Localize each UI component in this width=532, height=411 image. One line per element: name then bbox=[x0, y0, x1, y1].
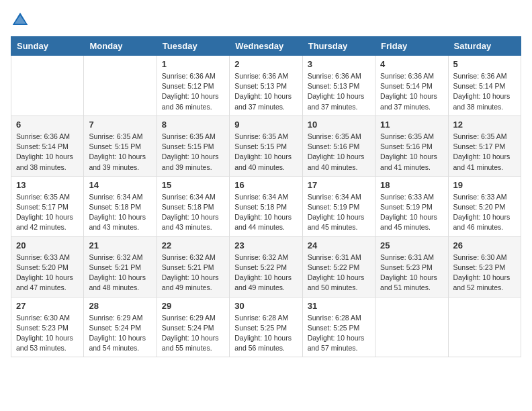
calendar-cell: 19Sunrise: 6:33 AM Sunset: 5:20 PM Dayli… bbox=[448, 176, 521, 236]
day-number: 21 bbox=[89, 240, 151, 250]
day-info: Sunrise: 6:34 AM Sunset: 5:18 PM Dayligh… bbox=[162, 192, 224, 233]
day-info: Sunrise: 6:28 AM Sunset: 5:25 PM Dayligh… bbox=[234, 313, 297, 354]
day-info: Sunrise: 6:35 AM Sunset: 5:17 PM Dayligh… bbox=[453, 132, 516, 173]
day-number: 31 bbox=[308, 301, 370, 311]
page-header bbox=[11, 11, 521, 30]
calendar-cell: 9Sunrise: 6:35 AM Sunset: 5:15 PM Daylig… bbox=[230, 116, 302, 176]
weekday-header: Tuesday bbox=[157, 37, 229, 56]
day-number: 10 bbox=[308, 120, 370, 130]
calendar-cell: 10Sunrise: 6:35 AM Sunset: 5:16 PM Dayli… bbox=[302, 116, 375, 176]
day-number: 18 bbox=[380, 180, 443, 190]
logo-icon bbox=[11, 11, 30, 30]
day-number: 28 bbox=[89, 301, 151, 311]
calendar-cell: 20Sunrise: 6:33 AM Sunset: 5:20 PM Dayli… bbox=[11, 236, 84, 297]
calendar-cell: 14Sunrise: 6:34 AM Sunset: 5:18 PM Dayli… bbox=[84, 176, 157, 236]
day-number: 30 bbox=[234, 301, 297, 311]
day-info: Sunrise: 6:30 AM Sunset: 5:23 PM Dayligh… bbox=[16, 313, 79, 354]
day-number: 9 bbox=[234, 120, 297, 130]
day-number: 14 bbox=[89, 180, 151, 190]
day-info: Sunrise: 6:33 AM Sunset: 5:20 PM Dayligh… bbox=[453, 192, 516, 233]
calendar-cell bbox=[448, 297, 521, 357]
calendar-cell: 22Sunrise: 6:32 AM Sunset: 5:21 PM Dayli… bbox=[157, 236, 229, 297]
weekday-header: Monday bbox=[84, 37, 157, 56]
day-info: Sunrise: 6:29 AM Sunset: 5:24 PM Dayligh… bbox=[162, 313, 224, 354]
day-number: 22 bbox=[162, 240, 224, 250]
day-number: 12 bbox=[453, 120, 516, 130]
calendar-cell: 11Sunrise: 6:35 AM Sunset: 5:16 PM Dayli… bbox=[375, 116, 448, 176]
calendar-cell: 17Sunrise: 6:34 AM Sunset: 5:19 PM Dayli… bbox=[302, 176, 375, 236]
day-number: 11 bbox=[380, 120, 443, 130]
day-number: 20 bbox=[16, 240, 79, 250]
day-info: Sunrise: 6:33 AM Sunset: 5:19 PM Dayligh… bbox=[380, 192, 443, 233]
day-number: 15 bbox=[162, 180, 224, 190]
calendar-cell: 26Sunrise: 6:30 AM Sunset: 5:23 PM Dayli… bbox=[448, 236, 521, 297]
calendar-cell: 2Sunrise: 6:36 AM Sunset: 5:13 PM Daylig… bbox=[230, 56, 302, 116]
day-info: Sunrise: 6:35 AM Sunset: 5:17 PM Dayligh… bbox=[16, 192, 79, 233]
day-info: Sunrise: 6:28 AM Sunset: 5:25 PM Dayligh… bbox=[308, 313, 370, 354]
logo bbox=[11, 11, 32, 30]
calendar-table: SundayMondayTuesdayWednesdayThursdayFrid… bbox=[11, 36, 521, 357]
calendar-cell: 1Sunrise: 6:36 AM Sunset: 5:12 PM Daylig… bbox=[157, 56, 229, 116]
calendar-header-row: SundayMondayTuesdayWednesdayThursdayFrid… bbox=[11, 37, 521, 56]
day-info: Sunrise: 6:35 AM Sunset: 5:16 PM Dayligh… bbox=[380, 132, 443, 173]
day-number: 23 bbox=[234, 240, 297, 250]
day-number: 16 bbox=[234, 180, 297, 190]
calendar-cell bbox=[84, 56, 157, 116]
calendar-cell: 31Sunrise: 6:28 AM Sunset: 5:25 PM Dayli… bbox=[302, 297, 375, 357]
day-info: Sunrise: 6:36 AM Sunset: 5:14 PM Dayligh… bbox=[453, 71, 516, 112]
calendar-week-row: 1Sunrise: 6:36 AM Sunset: 5:12 PM Daylig… bbox=[11, 56, 521, 116]
day-number: 4 bbox=[380, 59, 443, 69]
day-number: 1 bbox=[162, 59, 224, 69]
calendar-week-row: 6Sunrise: 6:36 AM Sunset: 5:14 PM Daylig… bbox=[11, 116, 521, 176]
day-info: Sunrise: 6:31 AM Sunset: 5:23 PM Dayligh… bbox=[380, 253, 443, 293]
calendar-cell: 6Sunrise: 6:36 AM Sunset: 5:14 PM Daylig… bbox=[11, 116, 84, 176]
day-number: 24 bbox=[308, 240, 370, 250]
day-info: Sunrise: 6:36 AM Sunset: 5:13 PM Dayligh… bbox=[234, 71, 297, 112]
calendar-cell: 3Sunrise: 6:36 AM Sunset: 5:13 PM Daylig… bbox=[302, 56, 375, 116]
weekday-header: Friday bbox=[375, 37, 448, 56]
calendar-cell: 16Sunrise: 6:34 AM Sunset: 5:18 PM Dayli… bbox=[230, 176, 302, 236]
day-info: Sunrise: 6:31 AM Sunset: 5:22 PM Dayligh… bbox=[308, 253, 370, 293]
calendar-cell: 29Sunrise: 6:29 AM Sunset: 5:24 PM Dayli… bbox=[157, 297, 229, 357]
day-number: 19 bbox=[453, 180, 516, 190]
day-info: Sunrise: 6:35 AM Sunset: 5:15 PM Dayligh… bbox=[162, 132, 224, 173]
calendar-cell bbox=[11, 56, 84, 116]
calendar-cell: 18Sunrise: 6:33 AM Sunset: 5:19 PM Dayli… bbox=[375, 176, 448, 236]
day-info: Sunrise: 6:36 AM Sunset: 5:12 PM Dayligh… bbox=[162, 71, 224, 112]
calendar-cell: 30Sunrise: 6:28 AM Sunset: 5:25 PM Dayli… bbox=[230, 297, 302, 357]
day-number: 25 bbox=[380, 240, 443, 250]
day-number: 13 bbox=[16, 180, 79, 190]
day-info: Sunrise: 6:34 AM Sunset: 5:18 PM Dayligh… bbox=[89, 192, 151, 233]
calendar-cell: 15Sunrise: 6:34 AM Sunset: 5:18 PM Dayli… bbox=[157, 176, 229, 236]
calendar-cell: 28Sunrise: 6:29 AM Sunset: 5:24 PM Dayli… bbox=[84, 297, 157, 357]
calendar-cell: 8Sunrise: 6:35 AM Sunset: 5:15 PM Daylig… bbox=[157, 116, 229, 176]
weekday-header: Sunday bbox=[11, 37, 84, 56]
calendar-week-row: 13Sunrise: 6:35 AM Sunset: 5:17 PM Dayli… bbox=[11, 176, 521, 236]
day-info: Sunrise: 6:35 AM Sunset: 5:16 PM Dayligh… bbox=[308, 132, 370, 173]
day-info: Sunrise: 6:35 AM Sunset: 5:15 PM Dayligh… bbox=[234, 132, 297, 173]
day-number: 6 bbox=[16, 120, 79, 130]
calendar-week-row: 27Sunrise: 6:30 AM Sunset: 5:23 PM Dayli… bbox=[11, 297, 521, 357]
day-info: Sunrise: 6:32 AM Sunset: 5:22 PM Dayligh… bbox=[234, 253, 297, 293]
day-number: 27 bbox=[16, 301, 79, 311]
calendar-cell: 7Sunrise: 6:35 AM Sunset: 5:15 PM Daylig… bbox=[84, 116, 157, 176]
day-info: Sunrise: 6:35 AM Sunset: 5:15 PM Dayligh… bbox=[89, 132, 151, 173]
day-number: 5 bbox=[453, 59, 516, 69]
day-number: 29 bbox=[162, 301, 224, 311]
day-info: Sunrise: 6:36 AM Sunset: 5:14 PM Dayligh… bbox=[16, 132, 79, 173]
weekday-header: Wednesday bbox=[230, 37, 302, 56]
calendar-cell: 24Sunrise: 6:31 AM Sunset: 5:22 PM Dayli… bbox=[302, 236, 375, 297]
day-number: 3 bbox=[308, 59, 370, 69]
day-info: Sunrise: 6:36 AM Sunset: 5:14 PM Dayligh… bbox=[380, 71, 443, 112]
day-info: Sunrise: 6:30 AM Sunset: 5:23 PM Dayligh… bbox=[453, 253, 516, 293]
calendar-cell: 13Sunrise: 6:35 AM Sunset: 5:17 PM Dayli… bbox=[11, 176, 84, 236]
calendar-cell: 21Sunrise: 6:32 AM Sunset: 5:21 PM Dayli… bbox=[84, 236, 157, 297]
calendar-cell: 12Sunrise: 6:35 AM Sunset: 5:17 PM Dayli… bbox=[448, 116, 521, 176]
calendar-cell: 25Sunrise: 6:31 AM Sunset: 5:23 PM Dayli… bbox=[375, 236, 448, 297]
weekday-header: Thursday bbox=[302, 37, 375, 56]
day-info: Sunrise: 6:34 AM Sunset: 5:18 PM Dayligh… bbox=[234, 192, 297, 233]
day-number: 17 bbox=[308, 180, 370, 190]
calendar-cell: 23Sunrise: 6:32 AM Sunset: 5:22 PM Dayli… bbox=[230, 236, 302, 297]
calendar-cell: 5Sunrise: 6:36 AM Sunset: 5:14 PM Daylig… bbox=[448, 56, 521, 116]
calendar-cell: 27Sunrise: 6:30 AM Sunset: 5:23 PM Dayli… bbox=[11, 297, 84, 357]
